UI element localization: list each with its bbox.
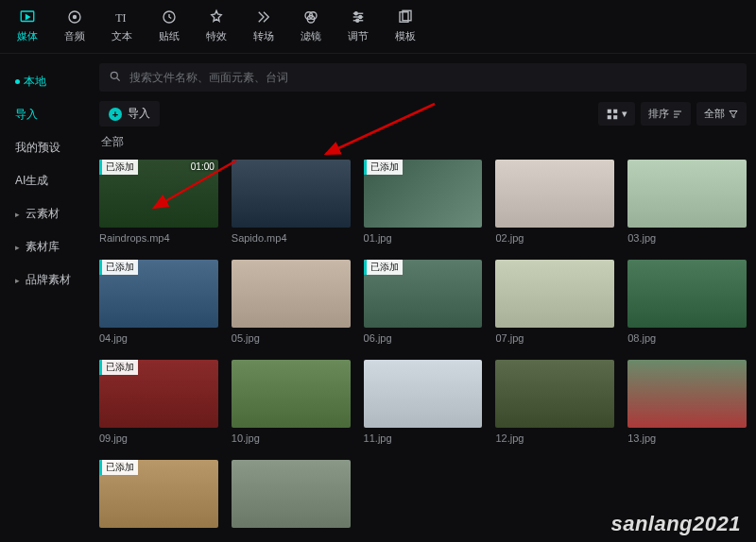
media-card[interactable]: 08.jpg: [627, 260, 747, 348]
top-tab-label: 模板: [395, 29, 416, 43]
sidebar-item-import[interactable]: 导入: [0, 98, 90, 131]
media-filename: 03.jpg: [627, 232, 747, 244]
added-badge: 已添加: [99, 460, 138, 475]
svg-line-17: [117, 77, 120, 80]
media-filename: 12.jpg: [495, 432, 614, 444]
top-tab-label: 转场: [253, 29, 274, 43]
media-card[interactable]: 03.jpg: [627, 160, 747, 248]
media-card[interactable]: 05.jpg: [232, 260, 351, 348]
sidebar-item-cloud[interactable]: ▸云素材: [0, 197, 90, 230]
toolbar: + 导入 ▾ 排序 全部: [99, 101, 747, 127]
top-tab-filter[interactable]: 滤镜: [301, 8, 321, 43]
top-tab-transition[interactable]: 转场: [253, 8, 274, 43]
svg-point-11: [354, 12, 357, 15]
template-icon: [396, 8, 415, 26]
top-tab-effect[interactable]: 特效: [206, 8, 227, 43]
media-filename: 08.jpg: [627, 332, 747, 344]
filter-all-label: 全部: [704, 107, 725, 121]
media-card[interactable]: 已添加01.jpg: [364, 160, 483, 248]
thumbnail: [232, 360, 351, 428]
sidebar-item-my-preset[interactable]: 我的预设: [0, 131, 90, 164]
svg-rect-21: [613, 115, 617, 119]
sidebar-item-local[interactable]: 本地: [0, 65, 90, 98]
view-grid-button[interactable]: ▾: [598, 102, 635, 126]
svg-rect-19: [613, 109, 617, 112]
thumbnail: [495, 360, 614, 428]
top-tab-adjust[interactable]: 调节: [348, 8, 369, 43]
media-filename: 09.jpg: [99, 432, 218, 444]
import-button[interactable]: + 导入: [99, 101, 160, 127]
top-tab-label: 媒体: [17, 29, 38, 43]
search-input[interactable]: [129, 71, 737, 84]
sidebar-item-library[interactable]: ▸素材库: [0, 230, 90, 263]
adjust-icon: [349, 8, 368, 26]
media-filename: 07.jpg: [495, 332, 614, 344]
svg-text:TI: TI: [115, 11, 126, 25]
sidebar: 本地导入我的预设AI生成▸云素材▸素材库▸品牌素材: [0, 54, 90, 542]
chevron-right-icon: ▸: [15, 210, 20, 219]
top-tab-audio[interactable]: 音频: [64, 8, 85, 43]
media-card[interactable]: 07.jpg: [495, 260, 614, 348]
sidebar-item-brand[interactable]: ▸品牌素材: [0, 263, 90, 296]
media-card[interactable]: [232, 460, 351, 537]
media-card[interactable]: 11.jpg: [364, 360, 483, 449]
media-card[interactable]: Sapido.mp4: [232, 160, 351, 248]
media-filename: Raindrops.mp4: [99, 232, 218, 244]
added-badge: 已添加: [364, 160, 403, 175]
sidebar-item-label: 我的预设: [15, 140, 60, 156]
effect-icon: [207, 8, 226, 26]
top-tab-media[interactable]: 媒体: [17, 8, 38, 43]
sidebar-item-ai-gen[interactable]: AI生成: [0, 164, 90, 197]
media-filename: 02.jpg: [495, 232, 614, 244]
import-button-label: 导入: [128, 106, 150, 122]
media-filename: 11.jpg: [364, 432, 483, 444]
thumbnail: 已添加: [99, 260, 218, 328]
top-tab-sticker[interactable]: 贴纸: [159, 8, 180, 43]
media-card[interactable]: 已添加04.jpg: [99, 260, 218, 348]
thumbnail: 已添加: [99, 360, 218, 428]
media-card[interactable]: 13.jpg: [627, 360, 747, 449]
top-tab-label: 特效: [206, 29, 227, 43]
added-badge: 已添加: [99, 160, 138, 175]
chevron-right-icon: ▸: [15, 243, 20, 252]
media-filename: 10.jpg: [232, 432, 351, 444]
top-tab-label: 调节: [348, 29, 369, 43]
thumbnail: [495, 160, 614, 228]
sidebar-item-label: 云素材: [26, 206, 60, 222]
top-tab-text[interactable]: TI文本: [112, 8, 132, 43]
media-card[interactable]: 已添加09.jpg: [99, 360, 218, 449]
sidebar-item-label: 导入: [15, 107, 38, 123]
media-filename: 05.jpg: [232, 332, 351, 344]
sidebar-item-label: 素材库: [26, 239, 60, 255]
top-tab-label: 文本: [112, 29, 132, 43]
media-icon: [18, 8, 37, 26]
search-bar: [99, 63, 747, 92]
chevron-right-icon: ▸: [15, 276, 20, 285]
svg-point-12: [359, 16, 362, 19]
svg-point-13: [356, 19, 359, 22]
thumbnail: [627, 360, 747, 428]
watermark: sanlang2021: [610, 512, 741, 536]
media-card[interactable]: 12.jpg: [495, 360, 614, 449]
view-controls: ▾ 排序 全部: [598, 102, 747, 126]
media-card[interactable]: 10.jpg: [232, 360, 351, 449]
duration-label: 01:00: [191, 161, 215, 172]
media-card[interactable]: 已添加: [99, 460, 218, 537]
top-tab-template[interactable]: 模板: [395, 8, 416, 43]
svg-rect-20: [608, 115, 611, 119]
media-card[interactable]: 已添加06.jpg: [364, 260, 483, 348]
section-title: 全部: [101, 134, 747, 150]
thumbnail: 已添加: [364, 160, 483, 228]
sticker-icon: [160, 8, 179, 26]
filter-all-button[interactable]: 全部: [696, 102, 747, 126]
thumbnail: [495, 260, 614, 328]
sidebar-item-label: 品牌素材: [26, 272, 71, 288]
top-tab-label: 音频: [64, 29, 85, 43]
added-badge: 已添加: [99, 260, 138, 275]
added-badge: 已添加: [364, 260, 403, 275]
thumbnail: 已添加: [364, 260, 483, 328]
media-card[interactable]: 已添加01:00Raindrops.mp4: [99, 160, 218, 248]
media-card[interactable]: 02.jpg: [495, 160, 614, 248]
sort-button[interactable]: 排序: [641, 102, 691, 126]
filter-icon: [301, 8, 320, 26]
